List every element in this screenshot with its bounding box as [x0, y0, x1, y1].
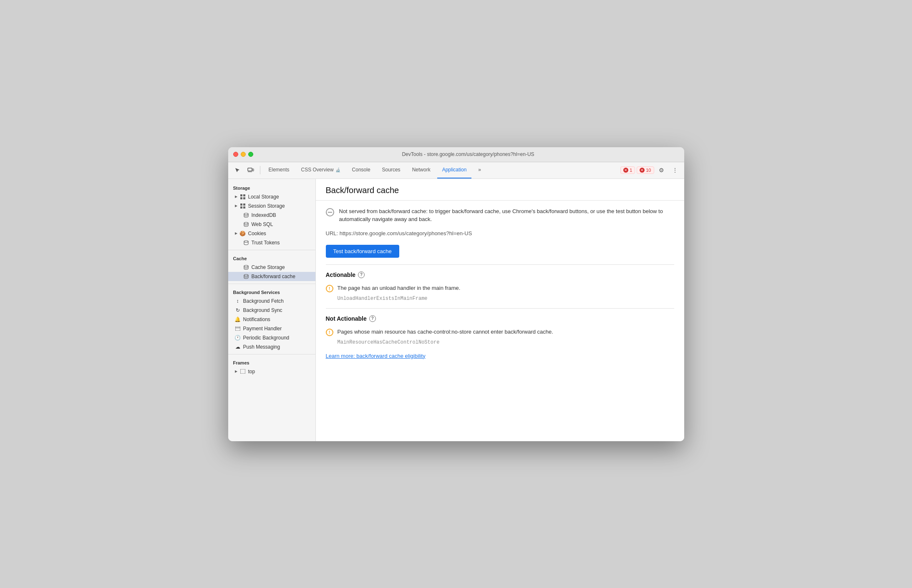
push-label: Push Messaging	[243, 344, 280, 350]
svg-rect-5	[240, 197, 242, 199]
toolbar-divider-1	[260, 166, 260, 174]
more-icon[interactable]: ⋮	[669, 164, 681, 176]
tab-application[interactable]: Application	[437, 162, 472, 178]
chevron-icon: ▶	[235, 195, 237, 199]
grid-icon	[240, 194, 246, 200]
actionable-help-icon[interactable]: ?	[358, 271, 365, 278]
not-actionable-section: Not Actionable ? ! Pages whose main reso…	[316, 309, 684, 352]
sidebar-item-cookies[interactable]: ▶ 🍪 Cookies	[228, 229, 315, 238]
url-label: URL:	[326, 230, 338, 236]
url-value: https://store.google.com/us/category/pho…	[340, 230, 472, 236]
payment-icon	[235, 326, 241, 332]
tab-more[interactable]: »	[473, 162, 486, 178]
svg-rect-7	[240, 204, 242, 206]
svg-rect-10	[243, 206, 245, 209]
sidebar-item-local-storage[interactable]: ▶ Local Storage	[228, 192, 315, 201]
frames-top-label: top	[248, 369, 255, 374]
cookie-icon: 🍪	[240, 231, 246, 236]
minimize-button[interactable]	[241, 152, 246, 157]
toolbar-right: ✕ 1 ✕ 10 ⚙ ⋮	[620, 164, 680, 176]
grid-icon	[240, 203, 246, 209]
error-badge[interactable]: ✕ 1	[620, 166, 635, 174]
actionable-issue-row: ! The page has an unload handler in the …	[326, 284, 674, 292]
cursor-icon[interactable]	[232, 164, 243, 176]
bell-icon: 🔔	[235, 317, 241, 322]
sidebar-item-notifications[interactable]: 🔔 Notifications	[228, 315, 315, 324]
warning-badge[interactable]: ✕ 10	[637, 166, 654, 174]
info-text: Not served from back/forward cache: to t…	[339, 207, 674, 224]
actionable-title: Actionable ?	[326, 271, 674, 278]
not-actionable-help-icon[interactable]: ?	[369, 315, 376, 322]
test-button[interactable]: Test back/forward cache	[326, 245, 399, 258]
tab-network[interactable]: Network	[407, 162, 436, 178]
svg-rect-4	[243, 194, 245, 196]
error-icon: ✕	[623, 168, 628, 173]
toolbar: Elements CSS Overview 🔬 Console Sources …	[228, 162, 684, 179]
sidebar-item-websql[interactable]: Web SQL	[228, 220, 315, 229]
not-actionable-issue-code: MainResourceHasCacheControlNoStore	[326, 339, 674, 345]
sync-icon: ↻	[235, 307, 241, 313]
sidebar-item-session-storage[interactable]: ▶ Session Storage	[228, 201, 315, 211]
svg-rect-6	[243, 197, 245, 199]
cookies-label: Cookies	[248, 231, 266, 236]
close-button[interactable]	[233, 152, 238, 157]
window-title: DevTools - store.google.com/us/category/…	[257, 151, 679, 157]
not-actionable-issue-row: ! Pages whose main resource has cache-co…	[326, 328, 674, 336]
sidebar-item-bfcache[interactable]: Back/forward cache	[228, 272, 315, 281]
sidebar-item-push[interactable]: ☁ Push Messaging	[228, 342, 315, 352]
bfcache-label: Back/forward cache	[252, 274, 295, 279]
no-entry-icon	[326, 208, 334, 216]
sidebar-item-bg-sync[interactable]: ↻ Background Sync	[228, 306, 315, 315]
tab-css-overview[interactable]: CSS Overview 🔬	[296, 162, 345, 178]
cloud-icon: ☁	[235, 344, 241, 350]
info-banner: Not served from back/forward cache: to t…	[326, 207, 674, 224]
sidebar-divider-3	[228, 354, 315, 354]
warning-icon: ✕	[640, 168, 645, 173]
arrows-icon: ↕	[235, 298, 241, 304]
device-icon[interactable]	[245, 164, 257, 176]
storage-section-header: Storage	[228, 182, 315, 192]
svg-rect-3	[240, 194, 242, 196]
tab-sources[interactable]: Sources	[377, 162, 406, 178]
svg-rect-16	[235, 327, 240, 331]
not-actionable-issue-text: Pages whose main resource has cache-cont…	[338, 328, 553, 336]
error-count: 1	[630, 168, 632, 173]
learn-more-link[interactable]: Learn more: back/forward cache eligibili…	[316, 353, 436, 367]
cache-storage-label: Cache Storage	[252, 264, 285, 270]
cache-section-header: Cache	[228, 253, 315, 263]
bg-section-header: Background Services	[228, 286, 315, 297]
warning-count: 10	[646, 168, 651, 173]
devtools-window: DevTools - store.google.com/us/category/…	[228, 147, 684, 441]
sidebar-divider-1	[228, 250, 315, 250]
sidebar-item-indexeddb[interactable]: IndexedDB	[228, 211, 315, 220]
url-row: URL: https://store.google.com/us/categor…	[316, 230, 684, 241]
db-icon	[243, 212, 249, 218]
warning-icon: !	[326, 329, 333, 336]
sidebar-item-trust-tokens[interactable]: Trust Tokens	[228, 238, 315, 247]
sidebar-divider-2	[228, 284, 315, 284]
sidebar-item-cache-storage[interactable]: Cache Storage	[228, 263, 315, 272]
db-icon	[243, 221, 249, 227]
local-storage-label: Local Storage	[248, 194, 279, 200]
warning-icon: !	[326, 285, 333, 292]
actionable-section: Actionable ? ! The page has an unload ha…	[316, 265, 684, 308]
settings-icon[interactable]: ⚙	[656, 164, 668, 176]
main-area: Storage ▶ Local Storage ▶ Session Storag…	[228, 179, 684, 441]
sidebar-item-periodic-bg[interactable]: 🕐 Periodic Background	[228, 333, 315, 342]
frames-section-header: Frames	[228, 357, 315, 367]
svg-rect-8	[243, 204, 245, 206]
svg-rect-9	[240, 206, 242, 209]
tab-console[interactable]: Console	[347, 162, 375, 178]
tab-elements[interactable]: Elements	[264, 162, 295, 178]
traffic-lights	[233, 152, 253, 157]
svg-point-13	[244, 241, 248, 242]
db-icon	[243, 264, 249, 270]
actionable-issue-text: The page has an unload handler in the ma…	[338, 284, 461, 292]
actionable-issue-code: UnloadHandlerExistsInMainFrame	[326, 296, 674, 302]
sidebar-item-frames-top[interactable]: ▶ top	[228, 367, 315, 376]
sidebar-item-payment[interactable]: Payment Handler	[228, 324, 315, 333]
db-icon	[243, 240, 249, 246]
maximize-button[interactable]	[248, 152, 253, 157]
sidebar-item-bg-fetch[interactable]: ↕ Background Fetch	[228, 297, 315, 306]
not-actionable-title: Not Actionable ?	[326, 315, 674, 322]
